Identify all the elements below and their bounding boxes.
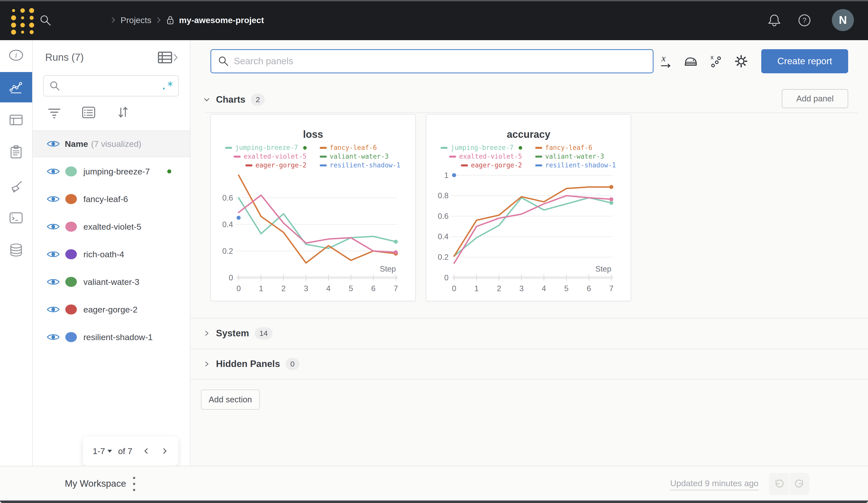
add-panel-button[interactable]: Add panel	[782, 89, 848, 108]
svg-text:0.2: 0.2	[438, 253, 448, 262]
smoothing-iron-icon[interactable]	[682, 52, 700, 70]
run-visibility-eye-icon[interactable]	[47, 277, 60, 286]
wandb-logo[interactable]	[10, 7, 35, 36]
regex-toggle[interactable]: .*	[161, 81, 173, 91]
legend-run-name: jumping-breeze-7	[451, 143, 513, 152]
legend-item: valiant-water-3	[320, 152, 389, 161]
run-name: exalted-violet-5	[83, 222, 142, 232]
workspace-menu-kebab-icon[interactable]	[128, 475, 140, 493]
lock-icon	[166, 15, 175, 25]
page-total: of 7	[118, 446, 132, 456]
run-visibility-eye-icon[interactable]	[47, 167, 60, 176]
prev-page-button[interactable]	[142, 447, 151, 455]
legend-run-name: valiant-water-3	[330, 152, 389, 161]
svg-text:5: 5	[564, 284, 569, 293]
run-name: valiant-water-3	[83, 277, 140, 287]
legend-run-name: resilient-shadow-1	[330, 161, 401, 170]
undo-redo-group	[769, 473, 809, 495]
run-row[interactable]: eager-gorge-2	[33, 296, 190, 323]
help-icon[interactable]: ?	[798, 13, 811, 27]
svg-text:7: 7	[394, 284, 398, 293]
page-range-value: 1-7	[93, 446, 105, 456]
run-visibility-eye-icon[interactable]	[47, 333, 60, 341]
legend-item: jumping-breeze-7	[225, 143, 307, 152]
run-row[interactable]: valiant-water-3	[33, 268, 190, 296]
svg-text:0: 0	[229, 273, 233, 282]
add-section-button[interactable]: Add section	[201, 389, 260, 410]
sort-icon[interactable]	[114, 104, 131, 120]
charts-section-header[interactable]: Charts 2	[203, 92, 265, 108]
legend-run-name: eager-gorge-2	[256, 161, 307, 170]
breadcrumb-project-name[interactable]: my-awesome-project	[179, 15, 264, 25]
hidden-panels-section-header[interactable]: Hidden Panels 0	[203, 356, 299, 372]
run-row[interactable]: fancy-leaf-6	[33, 185, 190, 213]
panel-card-loss[interactable]: loss jumping-breeze-7fancy-leaf-6exalted…	[210, 114, 416, 301]
run-row[interactable]: exalted-violet-5	[33, 213, 190, 240]
group-list-icon[interactable]	[80, 104, 97, 120]
top-navbar: Projects my-awesome-project ? N	[0, 0, 868, 40]
next-page-button[interactable]	[161, 447, 168, 455]
runs-name-column-label: Name	[65, 139, 88, 149]
create-report-button[interactable]: Create report	[761, 49, 848, 73]
caret-down-icon	[107, 450, 112, 452]
legend-item: resilient-shadow-1	[320, 161, 401, 170]
run-row[interactable]: rich-oath-4	[33, 240, 190, 268]
outliers-scatter-icon[interactable]: x	[707, 52, 725, 70]
sidebar-item-overview[interactable]: i	[0, 41, 32, 69]
page-range-dropdown[interactable]: 1-7	[93, 446, 112, 456]
sidebar-item-sweeps[interactable]	[0, 172, 32, 201]
line-chart-icon	[9, 80, 23, 95]
legend-swatch	[245, 165, 252, 166]
avatar[interactable]: N	[832, 9, 854, 31]
legend-item: exalted-violet-5	[234, 152, 307, 161]
clipboard-icon	[9, 145, 23, 159]
sidebar-item-terminal[interactable]	[0, 204, 32, 232]
system-section-label: System	[216, 328, 249, 338]
run-color-dot	[65, 332, 77, 342]
filter-icon[interactable]	[46, 104, 63, 120]
system-section-header[interactable]: System 14	[203, 325, 272, 341]
svg-text:1: 1	[259, 284, 263, 293]
svg-text:0: 0	[452, 284, 456, 293]
run-name: jumping-breeze-7	[83, 167, 150, 177]
runs-search-input[interactable]	[64, 81, 161, 91]
panel-search-box	[210, 49, 653, 73]
run-visibility-eye-icon[interactable]	[47, 195, 60, 203]
sidebar-item-logs[interactable]	[0, 138, 32, 166]
run-row[interactable]: resilient-shadow-1	[33, 323, 190, 351]
sidebar-item-workspace[interactable]	[0, 72, 32, 102]
panel-search-input[interactable]	[233, 56, 653, 67]
charts-grid: loss jumping-breeze-7fancy-leaf-6exalted…	[210, 114, 631, 301]
settings-gear-icon[interactable]	[732, 52, 750, 70]
global-search-icon[interactable]	[39, 14, 52, 27]
x-axis-settings-icon[interactable]: x	[657, 52, 675, 70]
legend-swatch	[461, 165, 468, 166]
runs-visualized-count: (7 visualized)	[91, 139, 142, 149]
toggle-all-visibility-eye-icon[interactable]	[47, 139, 60, 148]
svg-text:4: 4	[326, 284, 331, 293]
panel-card-accuracy[interactable]: accuracy jumping-breeze-7fancy-leaf-6exa…	[426, 114, 631, 301]
hidden-panels-count-badge: 0	[286, 358, 299, 370]
undo-icon[interactable]	[769, 473, 789, 495]
run-color-dot	[65, 277, 77, 287]
breadcrumb-projects-link[interactable]: Projects	[121, 15, 152, 25]
chevron-right-icon	[203, 360, 210, 368]
left-nav-rail: i	[0, 40, 33, 466]
workspace-footer: My Workspace Updated 9 minutes ago	[0, 466, 868, 503]
sidebar-item-artifacts[interactable]	[0, 236, 32, 264]
legend-swatch	[320, 156, 327, 158]
sidebar-item-tables[interactable]	[0, 106, 32, 134]
legend-swatch	[320, 165, 327, 166]
legend-run-name: jumping-breeze-7	[235, 143, 298, 152]
run-row[interactable]: jumping-breeze-7	[33, 158, 190, 185]
redo-icon[interactable]	[789, 473, 809, 495]
info-icon: i	[9, 49, 24, 61]
wandb-workspace: Projects my-awesome-project ? N i	[0, 0, 868, 503]
open-runs-table-button[interactable]	[157, 50, 179, 65]
notifications-bell-icon[interactable]	[767, 13, 781, 28]
run-visibility-eye-icon[interactable]	[47, 305, 60, 314]
chart-title: accuracy	[507, 129, 550, 140]
run-visibility-eye-icon[interactable]	[47, 222, 60, 231]
run-visibility-eye-icon[interactable]	[47, 250, 60, 259]
run-color-dot	[65, 222, 77, 232]
